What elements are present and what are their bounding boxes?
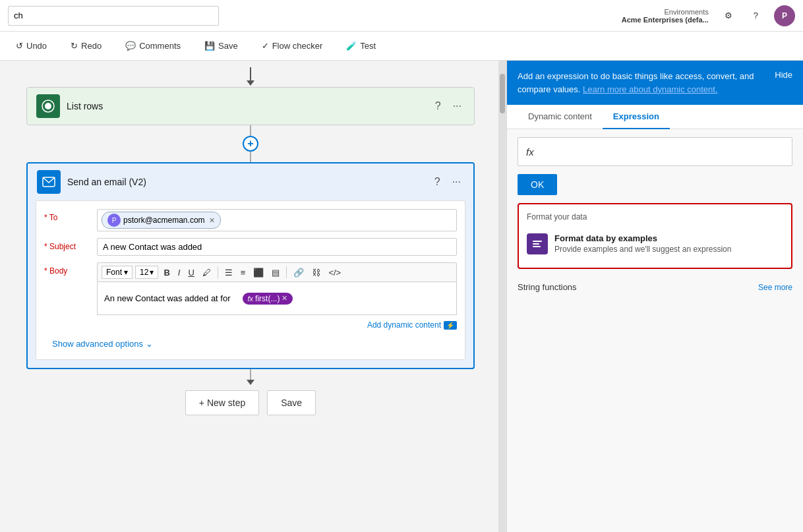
- subject-label: * Subject: [44, 238, 90, 251]
- redo-icon: ↻: [71, 41, 78, 51]
- panel-info-text: Add an expression to do basic things lik…: [518, 70, 769, 96]
- svg-point-1: [45, 103, 51, 109]
- scrollbar[interactable]: [498, 61, 506, 532]
- format-item-title: Format data by examples: [554, 233, 731, 243]
- fx-label: fx: [526, 146, 534, 158]
- body-content[interactable]: An new Contact was added at for fx first…: [97, 282, 457, 315]
- bullet-list-button[interactable]: ☰: [222, 266, 235, 279]
- chevron-down-icon: ⌄: [146, 339, 153, 349]
- highlight-button[interactable]: 🖊: [200, 266, 214, 279]
- show-advanced-button[interactable]: Show advanced options ⌄: [44, 336, 161, 351]
- format-section-title: Format your data: [527, 212, 783, 222]
- add-dynamic-area: Add dynamic content ⚡: [97, 320, 457, 330]
- to-field-row: * To P pstork@acmeman.com ✕: [44, 209, 457, 231]
- to-label: * To: [44, 209, 90, 222]
- list-rows-help[interactable]: ?: [432, 99, 444, 113]
- tab-expression[interactable]: Expression: [603, 105, 670, 129]
- panel-info-link[interactable]: Learn more about dynamic content.: [583, 84, 718, 94]
- new-step-label: + New step: [199, 398, 245, 408]
- right-panel: Add an expression to do basic things lik…: [506, 61, 803, 532]
- body-spacer: [233, 293, 240, 303]
- toolbar-right: Environments Acme Enterprises (defa... ⚙…: [622, 5, 795, 26]
- undo-button[interactable]: ↺ Undo: [11, 38, 52, 53]
- save-button[interactable]: 💾 Save: [199, 38, 243, 53]
- redo-button[interactable]: ↻ Redo: [65, 38, 107, 53]
- tab-dynamic-content[interactable]: Dynamic content: [518, 105, 603, 129]
- body-toolbar: Font ▾ 12 ▾ B I U 🖊: [97, 262, 457, 282]
- email-icon: [37, 170, 61, 194]
- italic-button[interactable]: I: [175, 266, 183, 279]
- panel-body: fx OK Format your data: [507, 129, 803, 532]
- body-field-row: * Body Font ▾ 12 ▾: [44, 262, 457, 330]
- list-rows-card[interactable]: List rows ? ···: [26, 87, 475, 125]
- add-step-button[interactable]: +: [243, 136, 258, 152]
- search-input[interactable]: [8, 6, 219, 26]
- list-rows-header[interactable]: List rows ? ···: [27, 88, 474, 125]
- contact-avatar: P: [107, 214, 121, 227]
- email-step-title: Send an email (V2): [67, 177, 425, 187]
- align-right-button[interactable]: ▤: [269, 266, 282, 279]
- list-rows-title: List rows: [67, 101, 425, 111]
- string-section-title: String functions: [518, 282, 577, 292]
- dynamic-tag-remove[interactable]: ✕: [282, 294, 287, 303]
- ok-button[interactable]: OK: [518, 174, 557, 195]
- flow-checker-icon: ✓: [262, 41, 269, 51]
- underline-button[interactable]: U: [185, 266, 196, 279]
- numbered-list-button[interactable]: ≡: [238, 266, 249, 279]
- email-help-button[interactable]: ?: [431, 175, 444, 189]
- lightning-icon: ⚡: [444, 321, 457, 330]
- font-size-select[interactable]: 12 ▾: [135, 266, 158, 279]
- code-button[interactable]: </>: [326, 266, 343, 279]
- email-form-body: * To P pstork@acmeman.com ✕ * Subject: [36, 200, 465, 360]
- contact-email: pstork@acmeman.com: [123, 216, 205, 225]
- top-toolbar: Environments Acme Enterprises (defa... ⚙…: [0, 0, 803, 32]
- to-field[interactable]: P pstork@acmeman.com ✕: [97, 209, 457, 231]
- format-item[interactable]: Format data by examples Provide examples…: [527, 228, 783, 260]
- body-label: * Body: [44, 262, 90, 276]
- add-dynamic-button[interactable]: Add dynamic content ⚡: [367, 320, 457, 330]
- unlink-button[interactable]: ⛓: [309, 266, 323, 279]
- add-dynamic-label: Add dynamic content: [367, 320, 441, 330]
- flow-wrapper: List rows ? ··· +: [13, 61, 488, 415]
- canvas-save-button[interactable]: Save: [267, 390, 316, 415]
- format-section: Format your data Format data by examples…: [518, 203, 792, 269]
- email-card-header[interactable]: Send an email (V2) ? ···: [28, 163, 473, 200]
- format-item-icon: [527, 233, 548, 254]
- font-size-dropdown-icon: ▾: [150, 268, 154, 277]
- environments-label: Environments: [665, 8, 709, 16]
- see-more-button[interactable]: See more: [758, 283, 792, 292]
- bold-button[interactable]: B: [161, 266, 172, 279]
- format-item-text: Format data by examples Provide examples…: [554, 233, 731, 254]
- link-button[interactable]: 🔗: [291, 266, 307, 279]
- plus-connector: +: [243, 125, 258, 162]
- separator-2: [286, 266, 287, 278]
- dynamic-tag-label: first(...): [255, 294, 280, 303]
- email-step-actions: ? ···: [431, 175, 464, 189]
- test-button[interactable]: 🧪 Test: [341, 38, 381, 53]
- settings-button[interactable]: ⚙: [719, 8, 738, 23]
- subject-input[interactable]: [97, 238, 457, 256]
- canvas-save-label: Save: [281, 398, 302, 408]
- help-button[interactable]: ?: [748, 8, 763, 23]
- email-menu-button[interactable]: ···: [449, 175, 464, 189]
- font-dropdown-icon: ▾: [124, 268, 128, 277]
- align-left-button[interactable]: ⬛: [251, 266, 266, 279]
- action-bar: ↺ Undo ↻ Redo 💬 Comments 💾 Save ✓ Flow c…: [0, 32, 803, 61]
- panel-hide-button[interactable]: Hide: [775, 70, 792, 80]
- chip-remove-button[interactable]: ✕: [209, 216, 215, 225]
- panel-info: Add an expression to do basic things lik…: [507, 61, 803, 105]
- flow-checker-button[interactable]: ✓ Flow checker: [256, 38, 328, 53]
- font-select[interactable]: Font ▾: [102, 266, 133, 279]
- list-rows-menu[interactable]: ···: [450, 99, 465, 113]
- separator-1: [218, 266, 218, 278]
- env-name: Acme Enterprises (defa...: [622, 16, 709, 24]
- fx-input-area[interactable]: fx: [518, 137, 792, 166]
- svg-rect-3: [533, 241, 542, 242]
- new-step-button[interactable]: + New step: [185, 390, 259, 415]
- scrollbar-thumb[interactable]: [500, 74, 505, 113]
- comments-button[interactable]: 💬 Comments: [120, 38, 186, 53]
- save-icon: 💾: [204, 41, 215, 51]
- undo-icon: ↺: [16, 41, 23, 51]
- fx-icon: fx: [248, 295, 254, 303]
- email-card[interactable]: Send an email (V2) ? ··· * To P pstork@a…: [26, 162, 475, 369]
